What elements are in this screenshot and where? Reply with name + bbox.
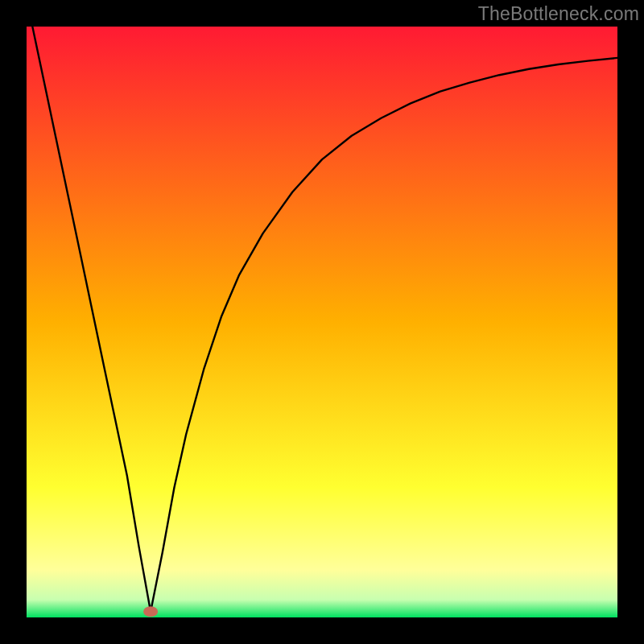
attribution-text: TheBottleneck.com — [478, 3, 639, 25]
chart-svg — [27, 27, 617, 617]
gradient-background — [27, 27, 617, 617]
optimum-marker — [143, 606, 158, 617]
chart-plot-area — [27, 27, 617, 617]
chart-frame: TheBottleneck.com — [0, 0, 644, 644]
